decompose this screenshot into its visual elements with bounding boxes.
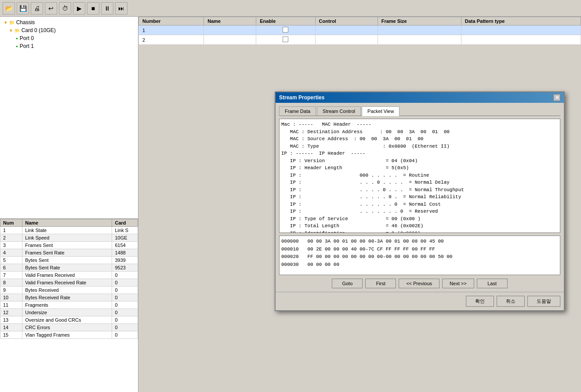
stream-enable[interactable] xyxy=(256,25,315,35)
stats-row[interactable]: 10 Bytes Received Rate 0 xyxy=(0,294,138,301)
help-button[interactable]: 도움말 xyxy=(527,296,560,307)
stream-name xyxy=(204,35,256,45)
stat-name: Bytes Sent Rate xyxy=(22,264,112,272)
tab-packet-view[interactable]: Packet View xyxy=(362,106,399,116)
stats-row[interactable]: 15 Vlan Tagged Frames 0 xyxy=(0,331,138,339)
print-button[interactable]: 🖨 xyxy=(31,2,43,15)
col-enable: Enable xyxy=(256,17,315,25)
stats-row[interactable]: 9 Bytes Received 0 xyxy=(0,287,138,294)
stat-name: Fragments xyxy=(22,301,112,309)
stats-row[interactable]: 7 Valid Frames Received 0 xyxy=(0,272,138,279)
dialog-close-button[interactable]: ✕ xyxy=(553,94,560,101)
stream-number: 2 xyxy=(139,35,204,45)
stat-num: 12 xyxy=(0,309,22,316)
main-layout: ▼ 📁 Chassis ▼ 📁 Card 0 (10GE) ● Port 0 ●… xyxy=(0,17,581,392)
first-button[interactable]: First xyxy=(365,279,396,288)
stats-row[interactable]: 14 CRC Errors 0 xyxy=(0,324,138,331)
tab-stream-control[interactable]: Stream Control xyxy=(317,106,361,116)
dialog-content: Frame Data Stream Control Packet View Ma… xyxy=(276,103,564,292)
stat-card: 0 xyxy=(112,301,138,309)
toolbar: 📂 💾 🖨 ↩ ⏱ ▶ ■ ⏸ ⏭ xyxy=(0,0,581,17)
dialog-actions: 확인 취소 도움말 xyxy=(276,292,564,310)
stat-card: 0 xyxy=(112,309,138,316)
stat-card: 3939 xyxy=(112,257,138,264)
tree-item-card[interactable]: ▼ 📁 Card 0 (10GE) xyxy=(2,26,136,34)
col-num: Num xyxy=(0,219,22,227)
stat-name: Undersize xyxy=(22,309,112,316)
stat-card: 1488 xyxy=(112,249,138,257)
nav-buttons: Goto First << Previous Next >> Last xyxy=(279,279,560,288)
stat-card: Link S xyxy=(112,227,138,234)
stat-card: 0 xyxy=(112,316,138,324)
stat-name: Link State xyxy=(22,227,112,234)
stats-row[interactable]: 12 Undersize 0 xyxy=(0,309,138,316)
stats-row[interactable]: 8 Valid Frames Received Rate 0 xyxy=(0,279,138,287)
confirm-button[interactable]: 확인 xyxy=(466,296,494,307)
stat-num: 11 xyxy=(0,301,22,309)
next-button[interactable]: Next >> xyxy=(442,279,474,288)
stop-button[interactable]: ■ xyxy=(87,2,99,15)
stat-name: Valid Frames Received Rate xyxy=(22,279,112,287)
tree-item-port1[interactable]: ● Port 1 xyxy=(2,42,136,50)
stat-name: Bytes Sent xyxy=(22,257,112,264)
stat-num: 7 xyxy=(0,272,22,279)
stats-row[interactable]: 4 Frames Sent Rate 1488 xyxy=(0,249,138,257)
col-number: Number xyxy=(139,17,204,25)
dialog-title-text: Stream Properties xyxy=(279,94,324,101)
card-label: Card 0 (10GE) xyxy=(22,27,56,33)
stream-enable[interactable] xyxy=(256,35,315,45)
stats-row[interactable]: 3 Frames Sent 6154 xyxy=(0,242,138,249)
stream-control xyxy=(315,35,378,45)
goto-button[interactable]: Goto xyxy=(332,279,363,288)
col-frame-size: Frame Size xyxy=(378,17,461,25)
content-area: Number Name Enable Control Frame Size Da… xyxy=(138,17,581,392)
stats-row[interactable]: 13 Oversize and Good CRCs 0 xyxy=(0,316,138,324)
stats-row[interactable]: 5 Bytes Sent 3939 xyxy=(0,257,138,264)
timer-button[interactable]: ⏱ xyxy=(59,2,71,15)
stats-row[interactable]: 6 Bytes Sent Rate 9523 xyxy=(0,264,138,272)
pause-icon: ⏸ xyxy=(104,5,110,12)
stats-row[interactable]: 1 Link State Link S xyxy=(0,227,138,234)
play-icon: ▶ xyxy=(77,5,82,12)
port1-label: Port 1 xyxy=(20,43,34,49)
stats-row[interactable]: 2 Link Speed 10GE xyxy=(0,234,138,242)
play-button[interactable]: ▶ xyxy=(73,2,85,15)
col-control: Control xyxy=(315,17,378,25)
stream-row[interactable]: 1 xyxy=(139,25,581,35)
undo-button[interactable]: ↩ xyxy=(45,2,57,15)
tree-item-port0[interactable]: ● Port 0 xyxy=(2,34,136,42)
stream-row[interactable]: 2 xyxy=(139,35,581,45)
open-button[interactable]: 📂 xyxy=(3,2,15,15)
stat-num: 14 xyxy=(0,324,22,331)
stat-name: Bytes Received xyxy=(22,287,112,294)
stream-name xyxy=(204,25,256,35)
hex-display[interactable]: 000000 00 00 3A 00 01 00 00 00-3A 00 01 … xyxy=(279,236,560,275)
stat-num: 5 xyxy=(0,257,22,264)
stop-icon: ■ xyxy=(91,5,95,12)
stat-name: Bytes Received Rate xyxy=(22,294,112,301)
folder-icon: ▼ 📁 xyxy=(4,20,15,25)
stats-table: Num Name Card 1 Link State Link S 2 Link… xyxy=(0,219,138,392)
stat-card: 9523 xyxy=(112,264,138,272)
tree-item-chassis[interactable]: ▼ 📁 Chassis xyxy=(2,18,136,26)
stat-num: 15 xyxy=(0,331,22,339)
stat-name: Valid Frames Received xyxy=(22,272,112,279)
packet-view-text[interactable]: Mac : ----- MAC Header ----- MAC : Desti… xyxy=(279,119,560,233)
cancel-button[interactable]: 취소 xyxy=(497,296,525,307)
last-button[interactable]: Last xyxy=(477,279,508,288)
open-icon: 📂 xyxy=(5,5,13,12)
port0-icon: ● xyxy=(16,36,18,40)
stat-name: Frames Sent Rate xyxy=(22,249,112,257)
previous-button[interactable]: << Previous xyxy=(399,279,439,288)
stream-control xyxy=(315,25,378,35)
stat-num: 2 xyxy=(0,234,22,242)
skip-button[interactable]: ⏭ xyxy=(115,2,127,15)
save-button[interactable]: 💾 xyxy=(17,2,29,15)
stat-card: 0 xyxy=(112,331,138,339)
pause-button[interactable]: ⏸ xyxy=(101,2,113,15)
stream-data-pattern xyxy=(461,35,581,45)
stats-row[interactable]: 11 Fragments 0 xyxy=(0,301,138,309)
tab-frame-data[interactable]: Frame Data xyxy=(279,106,316,116)
stat-name: CRC Errors xyxy=(22,324,112,331)
stat-card: 10GE xyxy=(112,234,138,242)
